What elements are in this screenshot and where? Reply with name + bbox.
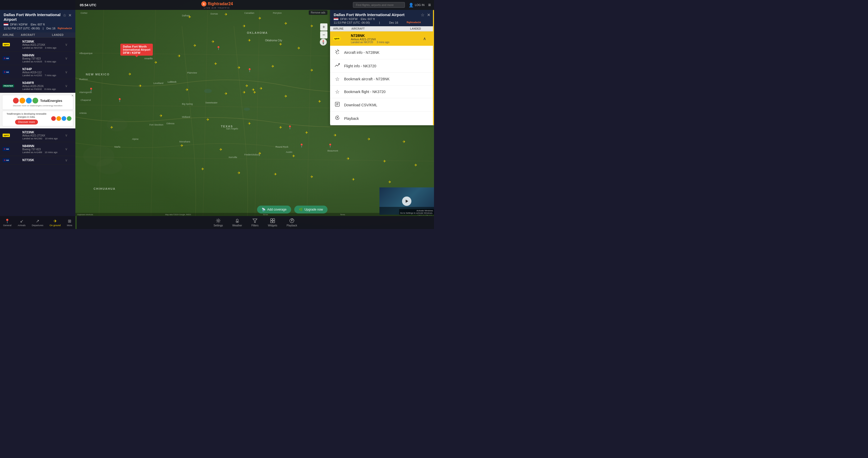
left-nav-departures[interactable]: ↗ Departures (32, 219, 43, 227)
context-bookmark-aircraft[interactable]: ☆ Bookmark aircraft - N728NK (330, 73, 434, 86)
add-coverage-button[interactable]: 📡 Add coverage (257, 206, 291, 213)
expand-icon[interactable]: ∨ (65, 147, 73, 151)
aircraft-marker[interactable]: ✈ (347, 156, 350, 161)
right-close-icon[interactable]: ✕ (427, 12, 430, 18)
aircraft-marker[interactable]: ✈ (180, 144, 184, 148)
aircraft-marker[interactable]: ✈ (310, 24, 313, 28)
aircraft-marker[interactable]: ✈ (403, 140, 406, 144)
location-marker[interactable]: 📍 (299, 144, 304, 148)
aircraft-marker[interactable]: ✈ (224, 91, 228, 96)
expand-icon[interactable]: ∨ (65, 70, 73, 74)
aircraft-marker[interactable]: ✈ (139, 84, 142, 88)
context-playback[interactable]: Playback (330, 112, 434, 125)
expand-icon[interactable]: ∨ (65, 84, 73, 88)
location-marker[interactable]: 📍 (247, 68, 252, 72)
toolbar-widgets[interactable]: Widgets (263, 216, 282, 228)
aircraft-marker[interactable]: ✈ (284, 21, 287, 26)
aircraft-marker[interactable]: ✈ (188, 15, 191, 19)
flight-item[interactable]: spirit N723NK Airbus A321-271NX Landed a… (0, 128, 75, 142)
flight-item[interactable]: ✈AA N849NN Boeing 737-823 Landed as AA14… (0, 142, 75, 156)
left-nav-more[interactable]: ⊞ More (67, 219, 72, 227)
expand-icon[interactable]: ∨ (65, 56, 73, 60)
left-nav-general[interactable]: 📍 General (3, 219, 11, 227)
aircraft-marker[interactable]: ✈ (243, 90, 246, 94)
toolbar-playback[interactable]: Playback (282, 216, 302, 228)
aircraft-marker[interactable]: ✈ (186, 88, 189, 92)
aircraft-marker[interactable]: ✈ (334, 133, 337, 137)
flight-item[interactable]: FRONTIER N349FR Airbus A320-251N Landed … (0, 79, 75, 93)
aircraft-marker[interactable]: ✈ (318, 99, 321, 103)
aircraft-marker[interactable]: ✈ (238, 171, 241, 175)
aircraft-marker[interactable]: ✈ (305, 130, 308, 135)
toolbar-filters[interactable]: Filters (247, 216, 263, 228)
flight-item[interactable]: ✈AA N773SK ∨ (0, 156, 75, 164)
aircraft-marker[interactable]: ✈ (201, 167, 204, 171)
aircraft-marker[interactable]: ✈ (352, 177, 355, 181)
context-flight-info[interactable]: Flight info - NK3720 (330, 59, 434, 73)
aircraft-marker[interactable]: ✈ (243, 24, 246, 28)
left-star-icon[interactable]: ☆ (63, 13, 66, 18)
ad-close-button[interactable]: ✕ (71, 94, 74, 97)
context-download-csv[interactable]: Download CSV/KML (330, 98, 434, 112)
zoom-out-button[interactable]: − (320, 31, 328, 38)
aircraft-marker[interactable]: ✈ (160, 114, 163, 118)
aircraft-marker[interactable]: ✈ (258, 151, 261, 155)
aircraft-marker[interactable]: ✈ (414, 163, 417, 167)
terms-link[interactable]: Terms (340, 214, 345, 215)
aircraft-marker[interactable]: ✈ (252, 88, 255, 92)
aircraft-marker[interactable]: ✈ (248, 121, 251, 126)
flight-item[interactable]: ✈AA N884NN Boeing 737-823 Landed as AA30… (0, 52, 75, 65)
video-play-button[interactable] (402, 196, 411, 206)
aircraft-marker[interactable]: ✈ (193, 43, 196, 48)
location-marker[interactable]: 📍 (216, 46, 221, 50)
left-nav-arrivals[interactable]: ↙ Arrivals (18, 219, 26, 227)
left-close-icon[interactable]: ✕ (68, 13, 72, 18)
aircraft-marker[interactable]: ✈ (368, 137, 371, 141)
aircraft-marker[interactable]: ✈ (214, 62, 217, 66)
expand-icon[interactable]: ∨ (65, 42, 73, 47)
selected-flight-row[interactable]: spirit N728NK Airbus A321-271NX Landed a… (330, 31, 434, 46)
selected-collapse-icon[interactable]: ∧ (423, 36, 431, 41)
right-panel-scrollbar[interactable] (433, 10, 434, 125)
context-bookmark-flight[interactable]: ☆ Bookmark flight - NK3720 (330, 86, 434, 98)
aircraft-marker[interactable]: ✈ (388, 180, 392, 184)
zoom-in-button[interactable]: + (320, 23, 328, 31)
aircraft-marker[interactable]: ✈ (212, 39, 215, 44)
aircraft-marker[interactable]: ✈ (284, 94, 287, 98)
location-marker[interactable]: 📍 (118, 98, 122, 102)
aircraft-marker[interactable]: ✈ (310, 175, 313, 179)
aircraft-marker[interactable]: ✈ (238, 65, 241, 70)
remove-ads-button[interactable]: Remove ads (309, 10, 328, 15)
aircraft-marker[interactable]: ✈ (292, 154, 295, 158)
keyboard-shortcuts-link[interactable]: Keyboard shortcuts (78, 214, 93, 215)
aircraft-marker[interactable]: ✈ (271, 64, 274, 68)
upgrade-button[interactable]: 🌿 Upgrade now (294, 206, 328, 213)
expand-icon[interactable]: ∨ (65, 133, 73, 137)
login-button[interactable]: 👤 LOG IN (408, 3, 424, 7)
left-nav-onground[interactable]: ✈ On ground (50, 219, 61, 227)
aircraft-marker[interactable]: ✈ (297, 46, 301, 50)
aircraft-marker[interactable]: ✈ (258, 16, 261, 20)
location-marker[interactable]: 📍 (89, 88, 93, 92)
menu-button[interactable]: ≡ (428, 3, 431, 7)
toolbar-weather[interactable]: Weather (228, 216, 247, 228)
aircraft-marker[interactable]: ✈ (279, 42, 282, 46)
right-star-icon[interactable]: ☆ (421, 12, 424, 18)
context-aircraft-info[interactable]: Aircraft info - N728NK (330, 46, 434, 59)
aircraft-marker[interactable]: ✈ (274, 172, 277, 176)
aircraft-marker[interactable]: ✈ (248, 38, 251, 42)
discover-more-button[interactable]: Discover more (15, 120, 38, 124)
aircraft-marker[interactable]: ✈ (110, 125, 113, 129)
aircraft-marker[interactable]: ✈ (224, 12, 228, 17)
aircraft-marker[interactable]: ✈ (245, 84, 248, 88)
aircraft-marker[interactable]: ✈ (154, 60, 157, 64)
aircraft-marker[interactable]: ✈ (279, 125, 282, 129)
search-input[interactable] (353, 2, 405, 8)
expand-icon[interactable]: ∨ (65, 158, 73, 162)
aircraft-marker[interactable]: ✈ (219, 147, 222, 152)
map-airport-popup[interactable]: Dallas Fort Worth International Airport … (120, 44, 153, 56)
aircraft-marker[interactable]: ✈ (206, 118, 210, 122)
flight-item[interactable]: spirit N728NK Airbus A321-271NX Landed a… (0, 38, 75, 52)
aircraft-marker[interactable]: ✈ (178, 54, 181, 58)
aircraft-marker[interactable]: ✈ (383, 159, 386, 163)
